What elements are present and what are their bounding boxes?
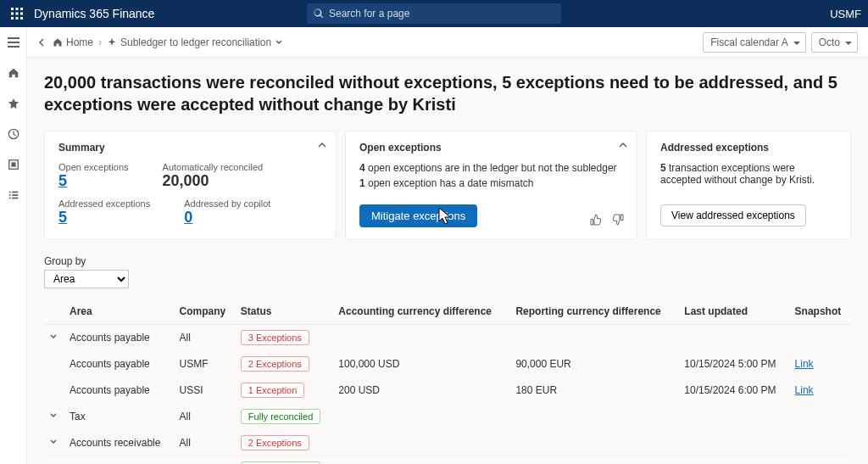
- cell-status: 2 Exceptions: [236, 430, 333, 456]
- cell-report: [510, 430, 679, 456]
- addressed-exceptions-label: Addressed exceptions: [58, 198, 150, 209]
- cell-acct: 200 USD: [333, 377, 510, 404]
- page-title: 20,000 transactions were reconciled with…: [44, 71, 851, 115]
- cell-report: [510, 325, 679, 351]
- col-updated[interactable]: Last updated: [679, 299, 789, 325]
- cell-area: Accounts payable: [64, 351, 175, 377]
- cell-acct: [333, 325, 510, 351]
- breadcrumb-home[interactable]: Home: [53, 36, 93, 48]
- cell-acct: [333, 456, 510, 465]
- cell-updated: [679, 430, 789, 456]
- col-company[interactable]: Company: [175, 299, 236, 325]
- table-row[interactable]: Accounts payableUSSI1 Exception200 USD18…: [44, 377, 851, 404]
- svg-rect-17: [8, 194, 10, 196]
- cell-updated: [679, 456, 789, 465]
- breadcrumb-page[interactable]: Subledger to ledger reconciliation: [107, 36, 283, 48]
- col-acct[interactable]: Accounting currency difference: [333, 299, 510, 325]
- cell-company: All: [175, 404, 236, 430]
- cell-area: Fixed assets: [64, 456, 175, 465]
- period-select[interactable]: Octo: [811, 32, 858, 53]
- search-placeholder: Search for a page: [329, 8, 409, 20]
- addressed-exceptions-value[interactable]: 5: [58, 209, 150, 226]
- cell-acct: [333, 404, 510, 430]
- list-icon[interactable]: [3, 185, 24, 205]
- left-rail: [0, 27, 27, 464]
- cell-status: 1 Exception: [236, 377, 333, 404]
- cell-snapshot: Link: [790, 351, 851, 377]
- mitigate-exceptions-button[interactable]: Mitigate exceptions: [359, 204, 477, 227]
- module-icon[interactable]: [3, 154, 24, 175]
- cell-snapshot: [790, 456, 851, 465]
- status-badge: 2 Exceptions: [241, 356, 309, 372]
- chevron-down-icon[interactable]: [49, 332, 58, 344]
- svg-rect-5: [20, 13, 23, 15]
- home-icon[interactable]: [3, 63, 24, 83]
- cell-report: [510, 456, 679, 465]
- col-area[interactable]: Area: [64, 299, 175, 325]
- auto-reconciled-label: Automatically reconciled: [163, 162, 264, 172]
- cell-company: All: [175, 430, 236, 456]
- cell-report: [510, 404, 679, 430]
- star-icon[interactable]: [3, 93, 24, 114]
- cell-area: Accounts payable: [64, 377, 175, 404]
- cell-updated: [679, 325, 789, 351]
- collapse-icon[interactable]: [317, 140, 327, 153]
- cell-report: 180 EUR: [510, 377, 679, 404]
- sparkle-icon: [107, 37, 117, 48]
- cell-area: Accounts receivable: [64, 430, 175, 456]
- fiscal-calendar-select[interactable]: Fiscal calendar A: [703, 32, 805, 53]
- svg-rect-1: [16, 8, 19, 10]
- cell-status: 3 Exceptions: [236, 325, 333, 351]
- clock-icon[interactable]: [3, 124, 24, 144]
- status-badge: 2 Exceptions: [241, 435, 309, 450]
- col-status[interactable]: Status: [236, 299, 333, 325]
- cell-snapshot: [790, 404, 851, 430]
- snapshot-link[interactable]: Link: [795, 384, 814, 396]
- svg-rect-2: [20, 8, 23, 10]
- col-snapshot[interactable]: Snapshot: [790, 299, 851, 325]
- cell-updated: 10/15/2024 6:00 PM: [679, 377, 789, 404]
- status-badge: 1 Exception: [241, 383, 304, 398]
- chevron-down-icon[interactable]: [49, 437, 58, 449]
- cell-snapshot: [790, 430, 851, 456]
- table-row[interactable]: TaxAllFully reconciled: [44, 404, 851, 430]
- open-exceptions-card: Open exceptions 4 open exceptions are in…: [345, 131, 637, 240]
- svg-rect-20: [12, 198, 18, 199]
- svg-rect-6: [11, 17, 14, 20]
- addressed-by-copilot-value[interactable]: 0: [184, 209, 270, 226]
- table-row[interactable]: Accounts payableUSMF2 Exceptions100,000 …: [44, 351, 851, 377]
- company-tag[interactable]: USMF: [830, 8, 861, 20]
- hamburger-icon[interactable]: [3, 32, 24, 53]
- summary-title: Summary: [58, 142, 322, 154]
- cell-company: All: [175, 456, 236, 465]
- col-report[interactable]: Reporting currency difference: [510, 299, 679, 325]
- cell-acct: 100,000 USD: [333, 351, 510, 377]
- cell-acct: [333, 430, 510, 456]
- table-row[interactable]: Accounts payableAll3 Exceptions: [44, 325, 851, 351]
- cell-company: USSI: [175, 377, 236, 404]
- thumbs-down-icon[interactable]: [611, 213, 625, 229]
- status-badge: Fully reconciled: [241, 409, 320, 424]
- thumbs-up-icon[interactable]: [589, 213, 603, 229]
- cell-status: 2 Exceptions: [236, 351, 333, 377]
- open-exception-line-2: 1 open exception has a date mismatch: [359, 177, 623, 189]
- waffle-icon[interactable]: [7, 3, 27, 24]
- open-exceptions-value[interactable]: 5: [58, 172, 129, 190]
- groupby-select[interactable]: Area: [44, 270, 129, 288]
- table-row[interactable]: Fixed assetsAllFully reconciled: [44, 456, 851, 465]
- back-button[interactable]: [37, 37, 47, 48]
- view-addressed-button[interactable]: View addressed exceptions: [660, 204, 806, 226]
- snapshot-link[interactable]: Link: [795, 358, 814, 370]
- svg-rect-14: [11, 162, 15, 166]
- svg-rect-16: [12, 192, 18, 193]
- svg-rect-7: [16, 17, 19, 20]
- svg-rect-11: [8, 46, 19, 48]
- collapse-icon[interactable]: [618, 140, 628, 153]
- search-input[interactable]: Search for a page: [307, 3, 561, 24]
- open-exceptions-title: Open exceptions: [359, 142, 623, 154]
- chevron-down-icon[interactable]: [49, 411, 58, 422]
- cell-company: All: [175, 325, 236, 351]
- table-row[interactable]: Accounts receivableAll2 Exceptions: [44, 430, 851, 456]
- open-exceptions-label: Open exceptions: [58, 162, 129, 172]
- cell-updated: 10/15/2024 5:00 PM: [679, 351, 789, 377]
